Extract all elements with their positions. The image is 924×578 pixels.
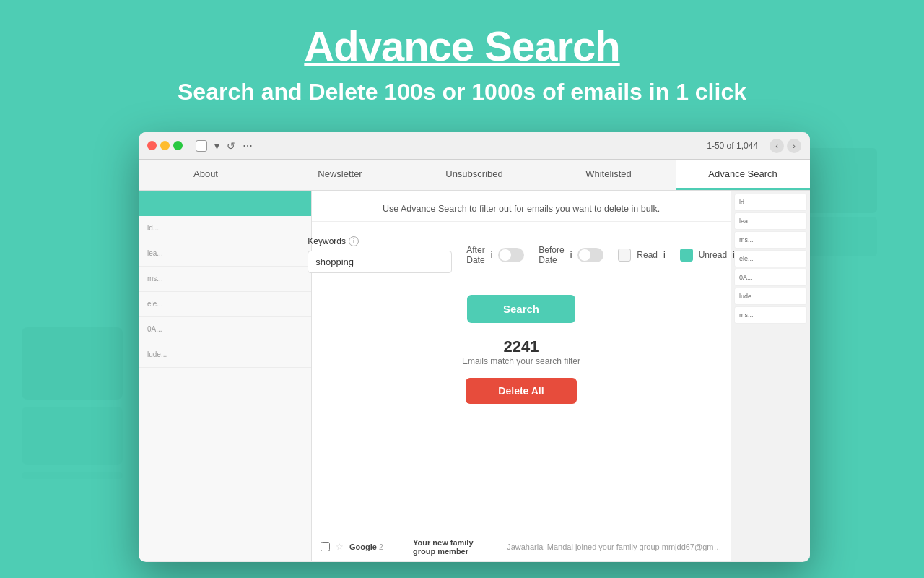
- before-date-info-icon[interactable]: i: [570, 250, 572, 260]
- maximize-button[interactable]: [173, 141, 183, 150]
- keywords-input[interactable]: [308, 251, 452, 273]
- delete-all-button[interactable]: Delete All: [466, 378, 576, 404]
- read-row: Read i: [618, 249, 665, 262]
- email-preview: 0A...: [147, 324, 277, 335]
- email-list-item[interactable]: lea...: [139, 241, 311, 267]
- svg-rect-1: [22, 407, 123, 465]
- unread-label: Unread: [699, 250, 727, 260]
- before-date-toggle[interactable]: [578, 248, 603, 262]
- close-button[interactable]: [147, 141, 157, 150]
- email-preview: ms...: [147, 274, 277, 284]
- read-label: Read: [637, 250, 658, 260]
- keywords-label: Keywords i: [308, 236, 452, 246]
- title-bar: ▾ ↺ ⋯ 1-50 of 1,044 ‹ ›: [139, 132, 810, 160]
- email-subject: Your new family group member: [413, 538, 496, 556]
- tab-about[interactable]: About: [139, 160, 273, 190]
- read-info-icon[interactable]: i: [663, 250, 666, 260]
- main-panel: Use Advance Search to filter out for ema…: [312, 191, 731, 561]
- next-page-button[interactable]: ›: [787, 139, 801, 153]
- unread-checkbox[interactable]: [680, 249, 693, 262]
- email-sidebar: ld... lea... ms... ele... 0A...: [139, 191, 312, 561]
- email-list-item[interactable]: ms...: [139, 267, 311, 292]
- email-list-item[interactable]: ld...: [139, 216, 311, 241]
- keywords-field-group: Keywords i: [308, 236, 452, 273]
- tab-whitelisted[interactable]: Whitelisted: [541, 160, 676, 190]
- after-date-toggle[interactable]: [498, 248, 524, 262]
- results-count: 2241: [504, 337, 539, 356]
- search-button[interactable]: Search: [467, 295, 575, 323]
- right-item: 0A...: [734, 269, 807, 286]
- unread-group: Unread i: [680, 249, 735, 262]
- right-item: ms...: [734, 306, 807, 324]
- bg-icon-left: [14, 320, 144, 506]
- star-icon[interactable]: ☆: [336, 542, 344, 552]
- after-date-label: After Date: [466, 245, 484, 265]
- tab-bar: About Newsletter Unsubscribed Whiteliste…: [139, 160, 810, 191]
- read-checkbox[interactable]: [618, 249, 631, 262]
- email-list-item[interactable]: ele...: [139, 292, 311, 317]
- email-preview: ele...: [147, 299, 277, 309]
- read-group: Read i: [618, 249, 665, 262]
- minimize-button[interactable]: [160, 141, 170, 150]
- keywords-info-icon[interactable]: i: [349, 236, 359, 246]
- content-area: ld... lea... ms... ele... 0A...: [139, 191, 810, 561]
- svg-rect-0: [22, 327, 123, 400]
- tab-advance-search[interactable]: Advance Search: [676, 160, 810, 190]
- before-date-group: Before Date i: [539, 245, 603, 265]
- email-list-item[interactable]: 0A...: [139, 317, 311, 342]
- right-item: lea...: [734, 212, 807, 230]
- modal-body: Keywords i After Date i: [312, 222, 731, 561]
- prev-page-button[interactable]: ‹: [770, 139, 784, 153]
- hero-subtitle: Search and Delete 100s or 1000s of email…: [14, 77, 910, 108]
- email-count: 1-50 of 1,044: [707, 141, 758, 151]
- tab-unsubscribed[interactable]: Unsubscribed: [407, 160, 541, 190]
- modal-description: Use Advance Search to filter out for ema…: [312, 191, 731, 222]
- window-controls: [147, 141, 183, 150]
- before-date-label: Before Date: [539, 245, 564, 265]
- email-preview: ld...: [147, 223, 277, 233]
- dropdown-icon[interactable]: ▾: [214, 140, 219, 152]
- unread-row: Unread i: [680, 249, 735, 262]
- results-label: Emails match your search filter: [462, 356, 580, 366]
- after-date-info-icon[interactable]: i: [491, 250, 493, 260]
- right-item: lude...: [734, 288, 807, 305]
- select-all-checkbox[interactable]: [196, 140, 207, 152]
- right-item: ele...: [734, 250, 807, 267]
- right-item: ms...: [734, 231, 807, 249]
- tab-newsletter[interactable]: Newsletter: [273, 160, 407, 190]
- advance-search-panel: Use Advance Search to filter out for ema…: [312, 191, 731, 561]
- sidebar-header: [139, 191, 311, 216]
- email-preview: - Jawaharlal Mandal joined your family g…: [502, 543, 722, 551]
- pagination-nav: ‹ ›: [770, 139, 801, 153]
- more-icon[interactable]: ⋯: [243, 140, 253, 152]
- right-panel: ld... lea... ms... ele... 0A... lude... …: [731, 191, 810, 561]
- svg-rect-2: [22, 472, 123, 479]
- unread-info-icon[interactable]: i: [733, 250, 735, 260]
- email-checkbox[interactable]: [321, 542, 330, 551]
- app-window: ▾ ↺ ⋯ 1-50 of 1,044 ‹ › About Newsletter…: [139, 132, 810, 562]
- after-date-group: After Date i: [466, 245, 524, 265]
- hero-title: Advance Search: [14, 22, 910, 70]
- email-list-item[interactable]: lude...: [139, 342, 311, 368]
- email-preview: lude...: [147, 350, 277, 360]
- search-form-row: Keywords i After Date i: [334, 236, 709, 273]
- email-sender: Google 2: [349, 543, 407, 551]
- hero-section: Advance Search Search and Delete 100s or…: [0, 0, 924, 122]
- toolbar-actions: ▾ ↺ ⋯: [196, 140, 253, 152]
- refresh-icon[interactable]: ↺: [227, 140, 235, 152]
- before-date-row: Before Date i: [539, 245, 603, 265]
- bottom-email-bar[interactable]: ☆ Google 2 Your new family group member …: [312, 532, 731, 561]
- email-preview: lea...: [147, 249, 277, 259]
- after-date-row: After Date i: [466, 245, 524, 265]
- right-item: ld...: [734, 194, 807, 211]
